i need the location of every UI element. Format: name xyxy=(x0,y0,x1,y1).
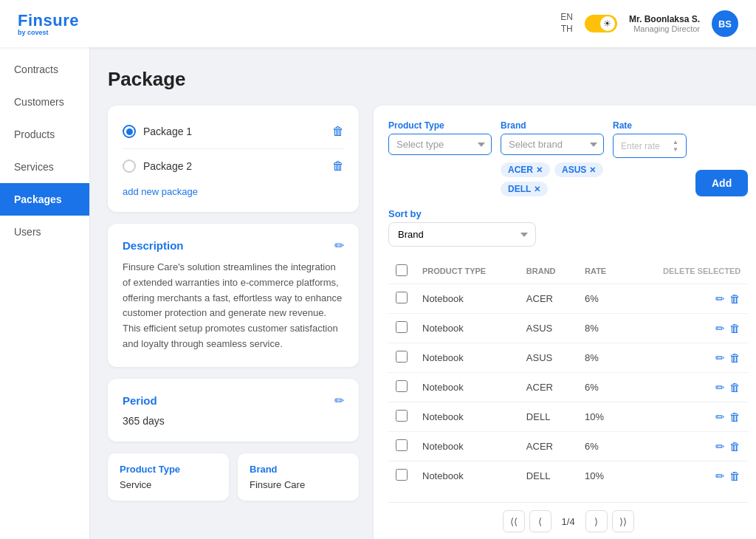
rate-input: Enter rate ▲ ▼ xyxy=(613,134,687,158)
delete-package-1-icon[interactable]: 🗑 xyxy=(332,125,344,138)
brand-info-card: Brand Finsure Care xyxy=(238,453,359,501)
row-checkbox-2[interactable] xyxy=(396,351,408,363)
user-info: Mr. Boonlaksa S. Managing Director xyxy=(629,14,700,33)
edit-row-icon-2[interactable]: ✏ xyxy=(715,351,725,365)
cell-brand-6: DELL xyxy=(519,461,577,491)
table-row: Notebook ACER 6% ✏ 🗑 xyxy=(388,373,748,402)
add-button[interactable]: Add xyxy=(695,170,748,196)
rate-placeholder[interactable]: Enter rate xyxy=(621,141,660,151)
info-cards-row: Product Type Service Brand Finsure Care xyxy=(108,453,359,501)
period-card: Period ✏ 365 days xyxy=(108,379,359,442)
delete-row-icon-3[interactable]: 🗑 xyxy=(729,381,740,394)
edit-row-icon-3[interactable]: ✏ xyxy=(715,381,725,394)
logo: Finsure by covest xyxy=(18,11,79,36)
cell-type-6: Notebook xyxy=(415,461,519,491)
sidebar-item-contracts[interactable]: Contracts xyxy=(0,53,89,86)
rate-down-icon[interactable]: ▼ xyxy=(673,146,678,154)
cell-rate-3: 6% xyxy=(577,373,625,402)
tag-asus-close[interactable]: ✕ xyxy=(589,165,596,175)
sort-row: Sort by Brand Product Type Rate xyxy=(388,208,748,247)
theme-icon: ☀ xyxy=(600,16,615,31)
user-role: Managing Director xyxy=(629,24,700,33)
delete-row-icon-0[interactable]: 🗑 xyxy=(729,292,740,305)
header: Finsure by covest EN TH ☀ Mr. Boonlaksa … xyxy=(0,0,756,47)
user-name: Mr. Boonlaksa S. xyxy=(629,14,700,24)
sidebar-item-products[interactable]: Products xyxy=(0,118,89,151)
rate-filter-group: Rate Enter rate ▲ ▼ xyxy=(613,120,687,158)
cell-type-0: Notebook xyxy=(415,284,519,314)
brand-filter-select[interactable]: Select brand xyxy=(501,134,604,155)
package-1-name: Package 1 xyxy=(143,126,192,137)
product-type-filter-select[interactable]: Select type xyxy=(388,134,492,155)
sort-label: Sort by xyxy=(388,208,748,219)
sidebar: Contracts Customers Products Services Pa… xyxy=(0,47,90,539)
cell-type-2: Notebook xyxy=(415,343,519,373)
select-all-checkbox[interactable] xyxy=(396,264,408,276)
cell-rate-4: 10% xyxy=(577,402,625,432)
cell-brand-4: DELL xyxy=(519,402,577,432)
logo-sub: by covest xyxy=(18,29,79,36)
description-card: Description ✏ Finsure Care's solution st… xyxy=(108,224,359,367)
content-grid: Package 1 🗑 Package 2 🗑 add new package xyxy=(108,106,756,539)
package-selector-card: Package 1 🗑 Package 2 🗑 add new package xyxy=(108,106,359,212)
row-checkbox-3[interactable] xyxy=(396,380,408,392)
row-checkbox-5[interactable] xyxy=(396,439,408,451)
sidebar-item-packages[interactable]: Packages xyxy=(0,183,89,216)
last-page-button[interactable]: ⟩⟩ xyxy=(612,510,634,532)
rate-up-icon[interactable]: ▲ xyxy=(673,139,678,146)
cell-brand-1: ASUS xyxy=(519,314,577,343)
add-new-package-link[interactable]: add new package xyxy=(123,186,198,197)
product-type-info-value: Service xyxy=(120,479,217,490)
period-edit-icon[interactable]: ✏ xyxy=(334,394,344,408)
delete-row-icon-5[interactable]: 🗑 xyxy=(729,440,740,453)
sort-select[interactable]: Brand Product Type Rate xyxy=(388,222,536,247)
table-wrap: PRODUCT TYPE BRAND RATE Delete Selected … xyxy=(388,258,748,490)
cell-type-3: Notebook xyxy=(415,373,519,402)
left-panel: Package 1 🗑 Package 2 🗑 add new package xyxy=(108,106,359,501)
sidebar-item-customers[interactable]: Customers xyxy=(0,86,89,118)
cell-brand-0: ACER xyxy=(519,284,577,314)
package-2-label[interactable]: Package 2 xyxy=(123,159,192,173)
products-table: PRODUCT TYPE BRAND RATE Delete Selected … xyxy=(388,258,748,490)
delete-row-icon-2[interactable]: 🗑 xyxy=(729,351,740,364)
logo-title: Finsure xyxy=(18,11,79,30)
cell-rate-2: 8% xyxy=(577,343,625,373)
brand-filter-group: Brand Select brand ACER ✕ ASUS ✕ DELL ✕ xyxy=(501,120,604,196)
sidebar-item-services[interactable]: Services xyxy=(0,151,89,183)
row-checkbox-6[interactable] xyxy=(396,469,408,481)
edit-row-icon-1[interactable]: ✏ xyxy=(715,322,725,335)
package-1-label[interactable]: Package 1 xyxy=(123,125,192,138)
avatar[interactable]: BS xyxy=(712,10,738,37)
radio-package-2[interactable] xyxy=(123,159,136,173)
row-checkbox-1[interactable] xyxy=(396,321,408,333)
edit-row-icon-5[interactable]: ✏ xyxy=(715,440,725,453)
delete-row-icon-6[interactable]: 🗑 xyxy=(729,470,740,482)
edit-row-icon-6[interactable]: ✏ xyxy=(715,470,725,483)
description-edit-icon[interactable]: ✏ xyxy=(334,238,344,253)
row-checkbox-4[interactable] xyxy=(396,410,408,422)
cell-rate-6: 10% xyxy=(577,461,625,491)
tag-dell-close[interactable]: ✕ xyxy=(534,185,540,194)
delete-row-icon-4[interactable]: 🗑 xyxy=(729,411,740,423)
radio-package-1[interactable] xyxy=(123,125,136,138)
next-page-button[interactable]: ⟩ xyxy=(585,510,608,532)
theme-toggle[interactable]: ☀ xyxy=(585,15,617,32)
row-checkbox-0[interactable] xyxy=(396,292,408,303)
sidebar-item-users[interactable]: Users xyxy=(0,216,89,248)
first-page-button[interactable]: ⟨⟨ xyxy=(503,510,525,532)
brand-info-value: Finsure Care xyxy=(250,479,347,490)
delete-row-icon-1[interactable]: 🗑 xyxy=(729,322,740,334)
cell-type-4: Notebook xyxy=(415,402,519,432)
edit-row-icon-0[interactable]: ✏ xyxy=(715,292,725,306)
language-toggle[interactable]: EN TH xyxy=(560,12,573,35)
description-title: Description xyxy=(123,239,184,252)
pagination: ⟨⟨ ⟨ 1/4 ⟩ ⟩⟩ xyxy=(388,502,748,532)
col-brand: BRAND xyxy=(519,258,577,284)
delete-package-2-icon[interactable]: 🗑 xyxy=(332,159,344,173)
brand-filter-label: Brand xyxy=(501,120,604,131)
product-type-info-card: Product Type Service xyxy=(108,453,229,501)
edit-row-icon-4[interactable]: ✏ xyxy=(715,411,725,424)
tag-acer-close[interactable]: ✕ xyxy=(536,165,543,175)
prev-page-button[interactable]: ⟨ xyxy=(529,510,551,532)
package-option-2: Package 2 🗑 xyxy=(123,155,344,177)
